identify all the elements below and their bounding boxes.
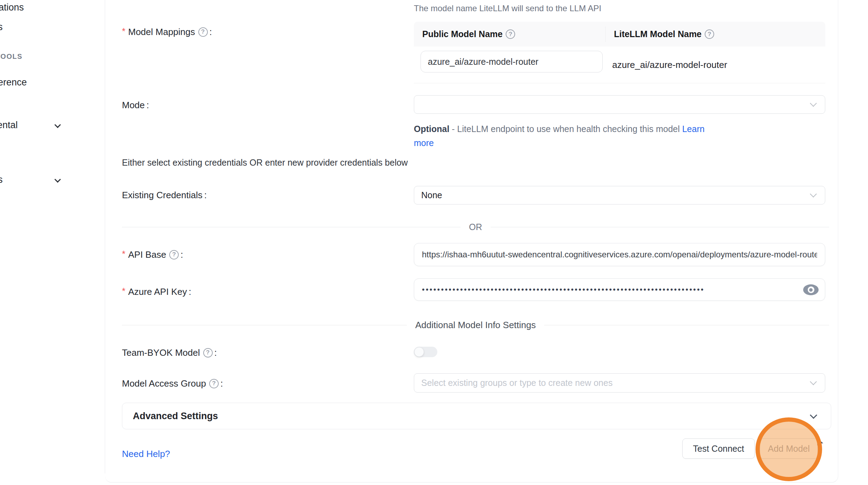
existing-credentials-label-text: Existing Credentials: [122, 190, 203, 201]
model-access-group-select[interactable]: Select existing groups or type to create…: [414, 373, 825, 393]
chevron-down-icon[interactable]: [54, 122, 61, 128]
model-name-hint: The model name LiteLLM will send to the …: [414, 4, 601, 13]
masked-api-key-value: ••••••••••••••••••••••••••••••••••••••••…: [422, 279, 793, 300]
divider-line: [491, 227, 829, 227]
model-access-group-placeholder: Select existing groups or type to create…: [414, 378, 613, 388]
label-colon: :: [204, 190, 207, 201]
api-base-input[interactable]: [414, 243, 825, 266]
help-icon[interactable]: ?: [198, 27, 208, 37]
label-colon: :: [146, 100, 149, 111]
team-byok-toggle[interactable]: [414, 347, 437, 357]
existing-credentials-label: Existing Credentials :: [122, 190, 207, 200]
sidebar: ations s TOOLS erence ental s: [0, 0, 105, 473]
chevron-down-icon: [810, 378, 817, 385]
existing-credentials-value: None: [414, 190, 442, 200]
required-asterisk: *: [122, 286, 125, 296]
label-colon: :: [210, 27, 212, 37]
required-asterisk: *: [122, 26, 125, 36]
chevron-down-icon[interactable]: [54, 176, 61, 182]
credentials-note: Either select existing credentials OR en…: [122, 158, 408, 168]
help-icon[interactable]: ?: [705, 29, 714, 39]
mouse-cursor: [816, 438, 825, 449]
toggle-knob: [414, 347, 424, 357]
column-header-text: LiteLLM Model Name: [614, 29, 702, 39]
or-divider: OR: [122, 222, 829, 232]
required-asterisk: *: [122, 249, 125, 259]
column-header-text: Public Model Name: [422, 29, 503, 39]
azure-api-key-label: * Azure API Key :: [122, 286, 191, 297]
sidebar-item-clipped-2[interactable]: s: [0, 22, 3, 33]
add-model-page: ations s TOOLS erence ental s The model …: [0, 0, 868, 485]
azure-api-key-label-text: Azure API Key: [128, 286, 187, 297]
divider-line: [544, 325, 829, 325]
advanced-settings-header[interactable]: Advanced Settings: [122, 403, 831, 429]
show-password-eye-icon[interactable]: [803, 284, 819, 295]
model-access-group-label-text: Model Access Group: [122, 378, 206, 389]
additional-settings-divider-text: Additional Model Info Settings: [407, 320, 544, 331]
label-colon: :: [214, 347, 217, 358]
sidebar-item-clipped-3[interactable]: erence: [0, 77, 27, 88]
column-header-litellm-model-name: LiteLLM Model Name ?: [605, 27, 825, 42]
azure-api-key-input[interactable]: ••••••••••••••••••••••••••••••••••••••••…: [414, 278, 825, 301]
add-model-button[interactable]: Add Model: [760, 438, 818, 459]
mode-hint-text: - LiteLLM endpoint to use when health ch…: [449, 124, 682, 134]
sidebar-section-tools: TOOLS: [0, 53, 22, 61]
chevron-down-icon: [810, 190, 817, 198]
litellm-model-name-value: azure_ai/azure-model-router: [612, 60, 727, 70]
table-header-row: Public Model Name ? LiteLLM Model Name ?: [414, 22, 825, 47]
advanced-settings-title: Advanced Settings: [133, 411, 218, 422]
mode-hint-bold: Optional: [414, 124, 449, 134]
api-base-label-text: API Base: [128, 249, 166, 260]
sidebar-item-clipped-5[interactable]: s: [0, 174, 3, 185]
help-icon[interactable]: ?: [506, 29, 515, 39]
label-colon: :: [180, 249, 183, 260]
mode-select[interactable]: [414, 95, 825, 114]
table-row: azure_ai/azure-model-router: [414, 47, 825, 83]
or-divider-text: OR: [460, 222, 491, 232]
column-header-public-model-name: Public Model Name ?: [414, 29, 605, 39]
help-icon[interactable]: ?: [209, 379, 219, 388]
model-mappings-label-text: Model Mappings: [128, 27, 195, 37]
api-base-label: * API Base ? :: [122, 249, 183, 260]
help-icon[interactable]: ?: [203, 348, 213, 358]
additional-settings-divider: Additional Model Info Settings: [122, 320, 829, 330]
existing-credentials-select[interactable]: None: [414, 186, 825, 205]
test-connect-button[interactable]: Test Connect: [682, 438, 755, 459]
public-model-name-input[interactable]: [421, 51, 603, 72]
help-icon[interactable]: ?: [169, 250, 179, 259]
chevron-down-icon: [810, 100, 817, 107]
label-colon: :: [220, 378, 223, 389]
team-byok-label: Team-BYOK Model ? :: [122, 347, 217, 358]
mode-label-text: Mode: [122, 100, 145, 111]
add-model-form-card: The model name LiteLLM will send to the …: [105, 0, 838, 483]
divider-line: [122, 227, 460, 227]
chevron-down-icon: [810, 411, 817, 418]
label-colon: :: [189, 286, 191, 297]
sidebar-item-clipped-1[interactable]: ations: [0, 2, 24, 13]
sidebar-item-clipped-4[interactable]: ental: [0, 120, 18, 131]
need-help-link[interactable]: Need Help?: [122, 449, 170, 459]
model-mappings-label: * Model Mappings ? :: [122, 27, 212, 37]
model-mappings-table: Public Model Name ? LiteLLM Model Name ?…: [414, 22, 825, 83]
eye-pupil: [808, 286, 814, 293]
model-access-group-label: Model Access Group ? :: [122, 378, 223, 389]
mode-hint: Optional - LiteLLM endpoint to use when …: [414, 122, 715, 150]
mode-label: Mode :: [122, 100, 149, 110]
team-byok-label-text: Team-BYOK Model: [122, 347, 200, 358]
divider-line: [122, 325, 407, 325]
